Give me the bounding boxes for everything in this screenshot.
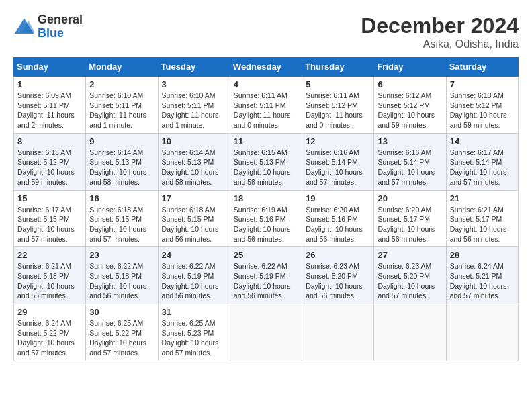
calendar-cell: 21 Sunrise: 6:21 AM Sunset: 5:17 PM Dayl… xyxy=(446,190,518,247)
day-info: Sunrise: 6:18 AM Sunset: 5:15 PM Dayligh… xyxy=(162,205,226,244)
day-number: 5 xyxy=(306,79,370,89)
day-number: 28 xyxy=(450,250,515,260)
day-number: 15 xyxy=(17,193,82,203)
calendar-cell: 26 Sunrise: 6:23 AM Sunset: 5:20 PM Dayl… xyxy=(302,247,374,304)
calendar-cell xyxy=(230,304,302,361)
calendar-cell: 31 Sunrise: 6:25 AM Sunset: 5:23 PM Dayl… xyxy=(158,304,230,361)
day-info: Sunrise: 6:24 AM Sunset: 5:22 PM Dayligh… xyxy=(17,318,82,358)
day-number: 8 xyxy=(17,136,82,146)
day-number: 9 xyxy=(89,136,154,146)
day-info: Sunrise: 6:17 AM Sunset: 5:14 PM Dayligh… xyxy=(450,148,515,187)
calendar-cell: 27 Sunrise: 6:23 AM Sunset: 5:20 PM Dayl… xyxy=(374,247,446,304)
calendar-cell: 11 Sunrise: 6:15 AM Sunset: 5:13 PM Dayl… xyxy=(230,133,302,190)
calendar-cell: 19 Sunrise: 6:20 AM Sunset: 5:16 PM Dayl… xyxy=(302,190,374,247)
day-info: Sunrise: 6:14 AM Sunset: 5:13 PM Dayligh… xyxy=(89,148,154,187)
day-info: Sunrise: 6:10 AM Sunset: 5:11 PM Dayligh… xyxy=(162,91,226,130)
day-number: 11 xyxy=(234,136,298,146)
calendar-cell: 6 Sunrise: 6:12 AM Sunset: 5:12 PM Dayli… xyxy=(374,77,446,134)
weekday-header: Sunday xyxy=(14,58,86,77)
title-block: December 2024 Asika, Odisha, India xyxy=(361,13,519,50)
day-info: Sunrise: 6:21 AM Sunset: 5:18 PM Dayligh… xyxy=(17,261,82,301)
day-number: 12 xyxy=(306,136,370,146)
day-number: 20 xyxy=(378,193,442,203)
calendar-cell: 12 Sunrise: 6:16 AM Sunset: 5:14 PM Dayl… xyxy=(302,133,374,190)
calendar-cell xyxy=(374,304,446,361)
weekday-header: Tuesday xyxy=(158,58,230,77)
page-header: General Blue December 2024 Asika, Odisha… xyxy=(13,13,519,50)
location: Asika, Odisha, India xyxy=(361,38,519,50)
day-number: 26 xyxy=(306,250,370,260)
calendar-cell xyxy=(446,304,518,361)
day-number: 14 xyxy=(450,136,515,146)
weekday-header: Saturday xyxy=(446,58,518,77)
day-info: Sunrise: 6:13 AM Sunset: 5:12 PM Dayligh… xyxy=(17,148,82,187)
day-info: Sunrise: 6:25 AM Sunset: 5:23 PM Dayligh… xyxy=(162,318,226,358)
calendar-cell: 23 Sunrise: 6:22 AM Sunset: 5:18 PM Dayl… xyxy=(86,247,158,304)
day-number: 3 xyxy=(162,79,226,89)
calendar-cell: 28 Sunrise: 6:24 AM Sunset: 5:21 PM Dayl… xyxy=(446,247,518,304)
calendar-cell: 13 Sunrise: 6:16 AM Sunset: 5:14 PM Dayl… xyxy=(374,133,446,190)
day-info: Sunrise: 6:15 AM Sunset: 5:13 PM Dayligh… xyxy=(234,148,298,187)
day-info: Sunrise: 6:22 AM Sunset: 5:19 PM Dayligh… xyxy=(234,261,298,301)
logo-blue: Blue xyxy=(38,27,83,40)
calendar-cell: 17 Sunrise: 6:18 AM Sunset: 5:15 PM Dayl… xyxy=(158,190,230,247)
calendar-cell: 2 Sunrise: 6:10 AM Sunset: 5:11 PM Dayli… xyxy=(86,77,158,134)
calendar-cell: 15 Sunrise: 6:17 AM Sunset: 5:15 PM Dayl… xyxy=(14,190,86,247)
day-info: Sunrise: 6:21 AM Sunset: 5:17 PM Dayligh… xyxy=(450,205,515,244)
day-info: Sunrise: 6:16 AM Sunset: 5:14 PM Dayligh… xyxy=(306,148,370,187)
day-info: Sunrise: 6:24 AM Sunset: 5:21 PM Dayligh… xyxy=(450,261,515,301)
day-number: 18 xyxy=(234,193,298,203)
calendar-cell: 10 Sunrise: 6:14 AM Sunset: 5:13 PM Dayl… xyxy=(158,133,230,190)
day-info: Sunrise: 6:20 AM Sunset: 5:17 PM Dayligh… xyxy=(378,205,442,244)
calendar-cell: 8 Sunrise: 6:13 AM Sunset: 5:12 PM Dayli… xyxy=(14,133,86,190)
calendar-cell xyxy=(302,304,374,361)
calendar-week-row: 8 Sunrise: 6:13 AM Sunset: 5:12 PM Dayli… xyxy=(14,133,519,190)
day-info: Sunrise: 6:18 AM Sunset: 5:15 PM Dayligh… xyxy=(89,205,154,244)
day-number: 6 xyxy=(378,79,442,89)
calendar-cell: 30 Sunrise: 6:25 AM Sunset: 5:22 PM Dayl… xyxy=(86,304,158,361)
calendar-cell: 20 Sunrise: 6:20 AM Sunset: 5:17 PM Dayl… xyxy=(374,190,446,247)
calendar-week-row: 15 Sunrise: 6:17 AM Sunset: 5:15 PM Dayl… xyxy=(14,190,519,247)
day-info: Sunrise: 6:22 AM Sunset: 5:19 PM Dayligh… xyxy=(162,261,226,301)
month-title: December 2024 xyxy=(361,13,519,38)
calendar-cell: 24 Sunrise: 6:22 AM Sunset: 5:19 PM Dayl… xyxy=(158,247,230,304)
calendar-cell: 22 Sunrise: 6:21 AM Sunset: 5:18 PM Dayl… xyxy=(14,247,86,304)
weekday-header: Wednesday xyxy=(230,58,302,77)
day-number: 30 xyxy=(89,307,154,317)
calendar-cell: 7 Sunrise: 6:13 AM Sunset: 5:12 PM Dayli… xyxy=(446,77,518,134)
calendar-cell: 3 Sunrise: 6:10 AM Sunset: 5:11 PM Dayli… xyxy=(158,77,230,134)
weekday-header: Thursday xyxy=(302,58,374,77)
calendar-cell: 25 Sunrise: 6:22 AM Sunset: 5:19 PM Dayl… xyxy=(230,247,302,304)
weekday-header: Friday xyxy=(374,58,446,77)
day-number: 27 xyxy=(378,250,442,260)
calendar-table: SundayMondayTuesdayWednesdayThursdayFrid… xyxy=(13,57,519,361)
day-info: Sunrise: 6:14 AM Sunset: 5:13 PM Dayligh… xyxy=(162,148,226,187)
day-info: Sunrise: 6:11 AM Sunset: 5:12 PM Dayligh… xyxy=(306,91,370,130)
day-number: 25 xyxy=(234,250,298,260)
day-info: Sunrise: 6:19 AM Sunset: 5:16 PM Dayligh… xyxy=(234,205,298,244)
day-number: 13 xyxy=(378,136,442,146)
calendar-cell: 16 Sunrise: 6:18 AM Sunset: 5:15 PM Dayl… xyxy=(86,190,158,247)
day-info: Sunrise: 6:16 AM Sunset: 5:14 PM Dayligh… xyxy=(378,148,442,187)
weekday-header-row: SundayMondayTuesdayWednesdayThursdayFrid… xyxy=(14,58,519,77)
day-number: 31 xyxy=(162,307,226,317)
day-number: 29 xyxy=(17,307,82,317)
weekday-header: Monday xyxy=(86,58,158,77)
day-number: 16 xyxy=(89,193,154,203)
day-info: Sunrise: 6:11 AM Sunset: 5:11 PM Dayligh… xyxy=(234,91,298,130)
calendar-week-row: 29 Sunrise: 6:24 AM Sunset: 5:22 PM Dayl… xyxy=(14,304,519,361)
day-info: Sunrise: 6:17 AM Sunset: 5:15 PM Dayligh… xyxy=(17,205,82,244)
day-info: Sunrise: 6:22 AM Sunset: 5:18 PM Dayligh… xyxy=(89,261,154,301)
calendar-cell: 5 Sunrise: 6:11 AM Sunset: 5:12 PM Dayli… xyxy=(302,77,374,134)
day-info: Sunrise: 6:09 AM Sunset: 5:11 PM Dayligh… xyxy=(17,91,82,130)
day-number: 17 xyxy=(162,193,226,203)
calendar-cell: 1 Sunrise: 6:09 AM Sunset: 5:11 PM Dayli… xyxy=(14,77,86,134)
day-number: 22 xyxy=(17,250,82,260)
day-info: Sunrise: 6:25 AM Sunset: 5:22 PM Dayligh… xyxy=(89,318,154,358)
calendar-cell: 29 Sunrise: 6:24 AM Sunset: 5:22 PM Dayl… xyxy=(14,304,86,361)
calendar-cell: 4 Sunrise: 6:11 AM Sunset: 5:11 PM Dayli… xyxy=(230,77,302,134)
day-number: 24 xyxy=(162,250,226,260)
calendar-cell: 18 Sunrise: 6:19 AM Sunset: 5:16 PM Dayl… xyxy=(230,190,302,247)
day-number: 7 xyxy=(450,79,515,89)
calendar-cell: 9 Sunrise: 6:14 AM Sunset: 5:13 PM Dayli… xyxy=(86,133,158,190)
